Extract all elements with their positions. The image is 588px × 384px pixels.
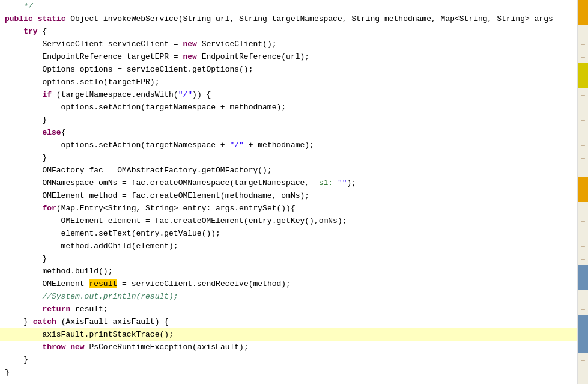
line-content: public static Object invokeWebService(St… (0, 13, 577, 25)
line-content: method.build(); (0, 265, 577, 278)
line-content: } catch (AxisFault axisFault) { (0, 315, 577, 328)
gutter-line (578, 177, 588, 189)
line-content: ServiceClient serviceClient = new Servic… (0, 38, 577, 50)
gutter-line (578, 63, 588, 76)
line-content: if (targetNamespace.endsWith("/")) { (0, 88, 577, 101)
line-content: options.setTo(targetEPR); (0, 76, 577, 88)
line: } (0, 252, 577, 265)
line: options.setAction(targetNamespace + "/" … (0, 139, 577, 151)
line-content: } (0, 366, 577, 379)
line: return result; (0, 303, 577, 315)
gutter-line (578, 13, 588, 25)
gutter-line: — (578, 126, 588, 139)
gutter-line: — (578, 38, 588, 50)
line-content: OMFactory fac = OMAbstractFactory.getOMF… (0, 164, 577, 177)
line-content: OMElement method = fac.createOMElement(m… (0, 189, 577, 202)
gutter-line (578, 265, 588, 278)
line: else{ (0, 126, 577, 139)
line-content: else{ (0, 126, 577, 139)
gutter-line: — (578, 252, 588, 265)
line: options.setAction(targetNamespace + meth… (0, 101, 577, 114)
gutter-line: — (578, 215, 588, 227)
line: Options options = serviceClient.getOptio… (0, 63, 577, 76)
gutter-line: — (578, 25, 588, 38)
line-content: Options options = serviceClient.getOptio… (0, 63, 577, 76)
editor-container: */public static Object invokeWebService(… (0, 0, 588, 384)
line-content: options.setAction(targetNamespace + "/" … (0, 139, 577, 151)
line: OMNamespace omNs = fac.createOMNamespace… (0, 177, 577, 189)
line: OMFactory fac = OMAbstractFactory.getOMF… (0, 164, 577, 177)
line-content: for(Map.Entry<String, String> entry: arg… (0, 202, 577, 215)
line-content: } (0, 353, 577, 366)
line-content: method.addChild(element); (0, 240, 577, 252)
line: } (0, 353, 577, 366)
gutter-line: — (578, 366, 588, 379)
line-content: OMNamespace omNs = fac.createOMNamespace… (0, 177, 577, 189)
gutter-line: — (578, 88, 588, 101)
line: options.setTo(targetEPR); (0, 76, 577, 88)
line: OMElement result = serviceClient.sendRec… (0, 278, 577, 290)
gutter-line: — (578, 240, 588, 252)
line: axisFault.printStackTrace(); (0, 328, 577, 341)
line: if (targetNamespace.endsWith("/")) { (0, 88, 577, 101)
line: ServiceClient serviceClient = new Servic… (0, 38, 577, 50)
gutter-line: — (578, 202, 588, 215)
line: try { (0, 25, 577, 38)
gutter-line (578, 189, 588, 202)
line-content: } (0, 114, 577, 126)
gutter-line: — (578, 164, 588, 177)
gutter-line: — (578, 114, 588, 126)
gutter-line (578, 0, 588, 13)
line: method.addChild(element); (0, 240, 577, 252)
line-content: return result; (0, 303, 577, 315)
gutter-line (578, 341, 588, 353)
gutter-line: — (578, 303, 588, 315)
code-lines: */public static Object invokeWebService(… (0, 0, 577, 379)
line-content: OMElement result = serviceClient.sendRec… (0, 278, 577, 290)
gutter-line: — (578, 50, 588, 63)
line-content: } (0, 151, 577, 164)
gutter-line (578, 315, 588, 328)
line: */ (0, 0, 577, 13)
line: method.build(); (0, 265, 577, 278)
gutter-line: — (578, 151, 588, 164)
line: OMElement element = fac.createOMElement(… (0, 215, 577, 227)
line-content: EndpointReference targetEPR = new Endpoi… (0, 50, 577, 63)
code-area[interactable]: */public static Object invokeWebService(… (0, 0, 577, 384)
gutter-line: — (578, 139, 588, 151)
line-content: element.setText(entry.getValue()); (0, 227, 577, 240)
line: public static Object invokeWebService(St… (0, 13, 577, 25)
line-content: //System.out.println(result); (0, 290, 577, 303)
line: element.setText(entry.getValue()); (0, 227, 577, 240)
gutter-line: — (578, 227, 588, 240)
line-content: try { (0, 25, 577, 38)
gutter-line (578, 278, 588, 290)
line: throw new PsCoreRuntimeException(axisFau… (0, 341, 577, 353)
line-content: throw new PsCoreRuntimeException(axisFau… (0, 341, 577, 353)
line: EndpointReference targetEPR = new Endpoi… (0, 50, 577, 63)
right-gutter: ——————————————————— (577, 0, 588, 384)
line: //System.out.println(result); (0, 290, 577, 303)
line: for(Map.Entry<String, String> entry: arg… (0, 202, 577, 215)
line-content: OMElement element = fac.createOMElement(… (0, 215, 577, 227)
line-content: axisFault.printStackTrace(); (0, 328, 577, 341)
line: } (0, 366, 577, 379)
line-content: options.setAction(targetNamespace + meth… (0, 101, 577, 114)
gutter-line (578, 328, 588, 341)
line-content: */ (0, 0, 577, 13)
gutter-line: — (578, 290, 588, 303)
line: } (0, 151, 577, 164)
gutter-line: — (578, 353, 588, 366)
gutter-line: — (578, 101, 588, 114)
line: OMElement method = fac.createOMElement(m… (0, 189, 577, 202)
gutter-line (578, 76, 588, 88)
line: } catch (AxisFault axisFault) { (0, 315, 577, 328)
line: } (0, 114, 577, 126)
line-content: } (0, 252, 577, 265)
